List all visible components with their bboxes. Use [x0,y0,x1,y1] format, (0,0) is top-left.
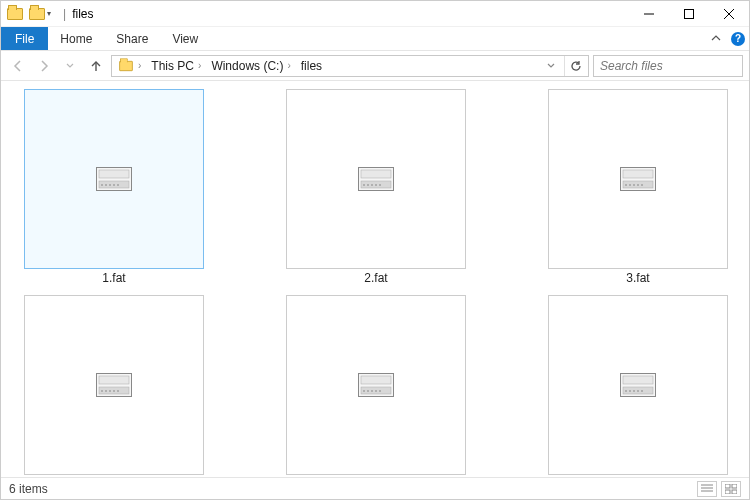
window-title: files [72,7,93,21]
separator: | [63,7,66,21]
breadcrumb-this-pc[interactable]: This PC › [147,59,205,73]
folder-icon [29,8,45,20]
folder-icon [7,8,23,20]
generic-file-icon [96,373,132,397]
svg-rect-14 [361,170,391,178]
quick-access-toolbar: ▾ [1,8,57,20]
file-item[interactable]: 3.fat [537,89,739,285]
breadcrumb-drive[interactable]: Windows (C:) › [207,59,294,73]
navigation-bar: › This PC › Windows (C:) › files Search … [1,51,749,81]
view-toggle [697,481,741,497]
up-button[interactable] [85,55,107,77]
close-button[interactable] [709,1,749,26]
svg-rect-38 [361,376,391,384]
file-item[interactable]: 5.fat [275,295,477,477]
svg-rect-56 [725,484,730,488]
file-item[interactable]: 2.fat [275,89,477,285]
file-item[interactable]: 6.fat [537,295,739,477]
breadcrumb-folder[interactable]: files [297,59,326,73]
file-name: 1.fat [102,271,125,285]
refresh-button[interactable] [564,56,586,76]
status-bar: 6 items [1,477,749,499]
svg-rect-46 [623,376,653,384]
breadcrumb-label: files [301,59,322,73]
svg-rect-22 [623,170,653,178]
search-placeholder: Search files [600,59,663,73]
tab-view[interactable]: View [160,27,210,50]
generic-file-icon [358,167,394,191]
breadcrumb-label: This PC [151,59,194,73]
file-thumbnail [548,295,728,475]
svg-rect-57 [732,484,737,488]
file-name: 3.fat [626,271,649,285]
generic-file-icon [620,373,656,397]
qat-dropdown-icon[interactable]: ▾ [47,9,51,18]
file-thumbnail [286,295,466,475]
back-button[interactable] [7,55,29,77]
file-thumbnail [286,89,466,269]
file-list[interactable]: 1.fat 2.fat 3.fat 4.fat 5.fat [1,81,749,477]
svg-rect-1 [685,9,694,18]
generic-file-icon [620,167,656,191]
file-thumbnail [24,89,204,269]
tab-share[interactable]: Share [104,27,160,50]
search-input[interactable]: Search files [593,55,743,77]
help-button[interactable]: ? [727,27,749,50]
address-dropdown-icon[interactable] [540,55,562,77]
generic-file-icon [96,167,132,191]
address-bar[interactable]: › This PC › Windows (C:) › files [111,55,589,77]
recent-locations-icon[interactable] [59,55,81,77]
item-count: 6 items [9,482,48,496]
breadcrumb-label: Windows (C:) [211,59,283,73]
maximize-button[interactable] [669,1,709,26]
details-view-button[interactable] [697,481,717,497]
window-controls [629,1,749,26]
ribbon-collapse-icon[interactable] [705,27,727,50]
tab-home[interactable]: Home [48,27,104,50]
generic-file-icon [358,373,394,397]
tab-file[interactable]: File [1,27,48,50]
forward-button[interactable] [33,55,55,77]
svg-rect-6 [99,170,129,178]
file-name: 2.fat [364,271,387,285]
svg-rect-30 [99,376,129,384]
svg-rect-59 [732,490,737,494]
file-item[interactable]: 4.fat [13,295,215,477]
ribbon-tabs: File Home Share View ? [1,27,749,51]
thumbnails-view-button[interactable] [721,481,741,497]
title-bar: ▾ | files [1,1,749,27]
file-item[interactable]: 1.fat [13,89,215,285]
file-thumbnail [548,89,728,269]
svg-rect-58 [725,490,730,494]
breadcrumb-root-icon[interactable]: › [114,60,145,72]
minimize-button[interactable] [629,1,669,26]
file-thumbnail [24,295,204,475]
